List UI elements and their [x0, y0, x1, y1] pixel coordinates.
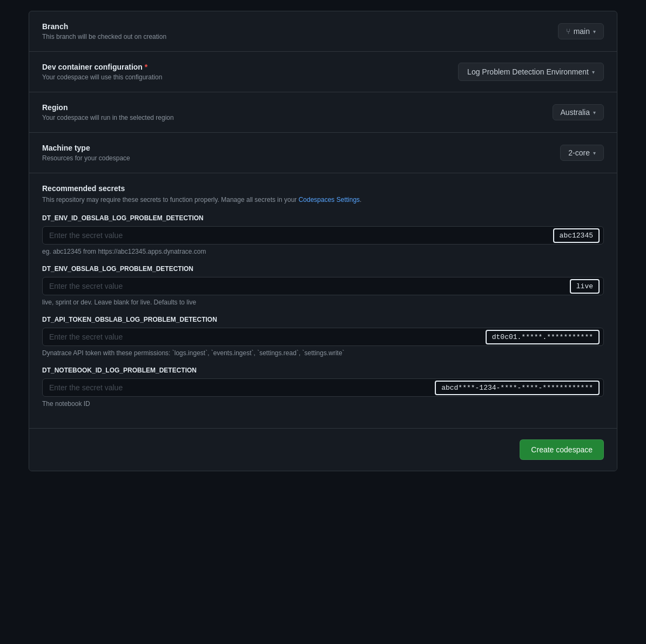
branch-section: Branch This branch will be checked out o… — [29, 11, 617, 52]
secret-input-0[interactable] — [42, 226, 604, 245]
region-section: Region Your codespace will run in the se… — [29, 92, 617, 133]
secret-field-0: DT_ENV_ID_OBSLAB_LOG_PROBLEM_DETECTION a… — [42, 214, 604, 255]
secret-hint-3: The notebook ID — [42, 400, 604, 408]
create-codespace-button[interactable]: Create codespace — [520, 439, 604, 460]
region-title: Region — [42, 103, 553, 112]
dev-container-info: Dev container configuration * Your codes… — [42, 63, 458, 81]
codespaces-settings-link[interactable]: Codespaces Settings — [299, 196, 360, 204]
secret-field-3: DT_NOTEBOOK_ID_LOG_PROBLEM_DETECTION abc… — [42, 367, 604, 408]
machine-type-subtitle: Resources for your codespace — [42, 154, 560, 162]
secret-hint-0: eg. abc12345 from https://abc12345.apps.… — [42, 248, 604, 255]
secret-input-wrapper-3: abcd****-1234-****-****-************ — [42, 378, 604, 397]
secret-label-2: DT_API_TOKEN_OBSLAB_LOG_PROBLEM_DETECTIO… — [42, 316, 604, 323]
branch-title: Branch — [42, 22, 558, 31]
branch-value: main — [574, 27, 590, 36]
secret-input-wrapper-2: dt0c01.*****.*********** — [42, 328, 604, 346]
secrets-title: Recommended secrets — [42, 184, 604, 193]
branch-dropdown[interactable]: ⑂ main ▾ — [558, 23, 604, 39]
secret-input-wrapper-0: abc12345 — [42, 226, 604, 245]
branch-subtitle: This branch will be checked out on creat… — [42, 33, 558, 40]
chevron-down-icon: ▾ — [593, 29, 596, 35]
machine-type-value: 2-core — [568, 148, 590, 157]
secret-label-1: DT_ENV_OBSLAB_LOG_PROBLEM_DETECTION — [42, 265, 604, 273]
dev-container-subtitle: Your codespace will use this configurati… — [42, 73, 458, 81]
dev-container-title: Dev container configuration * — [42, 63, 458, 71]
secret-field-1: DT_ENV_OBSLAB_LOG_PROBLEM_DETECTION live… — [42, 265, 604, 306]
region-subtitle: Your codespace will run in the selected … — [42, 114, 553, 121]
secret-input-wrapper-1: live — [42, 277, 604, 295]
secret-value-badge-3: abcd****-1234-****-****-************ — [435, 381, 600, 395]
secrets-section: Recommended secrets This repository may … — [29, 173, 617, 429]
secret-hint-1: live, sprint or dev. Leave blank for liv… — [42, 299, 604, 306]
region-value: Australia — [561, 108, 590, 117]
secret-value-badge-2: dt0c01.*****.*********** — [486, 330, 600, 344]
footer-section: Create codespace — [29, 429, 617, 471]
branch-info: Branch This branch will be checked out o… — [42, 22, 558, 40]
secret-hint-2: Dynatrace API token with these permissio… — [42, 349, 604, 357]
chevron-down-icon: ▾ — [593, 110, 596, 116]
dev-container-value: Log Problem Detection Environment — [467, 67, 589, 76]
secret-value-badge-0: abc12345 — [553, 228, 600, 243]
secret-value-badge-1: live — [570, 279, 600, 294]
machine-type-section: Machine type Resources for your codespac… — [29, 133, 617, 173]
machine-type-title: Machine type — [42, 144, 560, 152]
dev-container-dropdown[interactable]: Log Problem Detection Environment ▾ — [458, 63, 604, 81]
region-dropdown[interactable]: Australia ▾ — [553, 104, 604, 120]
chevron-down-icon: ▾ — [593, 150, 596, 156]
region-info: Region Your codespace will run in the se… — [42, 103, 553, 121]
secret-field-2: DT_API_TOKEN_OBSLAB_LOG_PROBLEM_DETECTIO… — [42, 316, 604, 357]
machine-type-dropdown[interactable]: 2-core ▾ — [560, 145, 604, 161]
secret-label-0: DT_ENV_ID_OBSLAB_LOG_PROBLEM_DETECTION — [42, 214, 604, 222]
secret-label-3: DT_NOTEBOOK_ID_LOG_PROBLEM_DETECTION — [42, 367, 604, 374]
machine-type-info: Machine type Resources for your codespac… — [42, 144, 560, 162]
branch-icon: ⑂ — [566, 27, 570, 36]
chevron-down-icon: ▾ — [592, 69, 595, 75]
main-container: Branch This branch will be checked out o… — [29, 11, 617, 471]
dev-container-section: Dev container configuration * Your codes… — [29, 52, 617, 92]
secret-input-1[interactable] — [42, 277, 604, 295]
secrets-description: This repository may require these secret… — [42, 196, 604, 204]
